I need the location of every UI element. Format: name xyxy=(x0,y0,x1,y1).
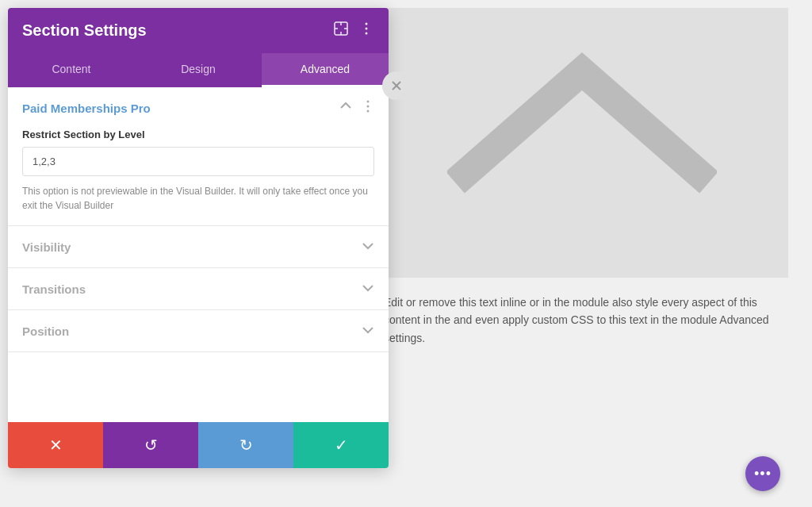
tabs: Content Design Advanced xyxy=(8,53,389,87)
field-hint-restrict-level: This option is not previewable in the Vi… xyxy=(22,184,374,213)
accordion-header-paid-memberships[interactable]: Paid Memberships Pro xyxy=(8,87,389,129)
section-more-icon[interactable] xyxy=(362,100,374,116)
panel-header: Section Settings xyxy=(8,8,389,53)
svg-point-12 xyxy=(367,110,370,113)
section-settings-panel: Section Settings Content xyxy=(8,8,389,468)
tab-design[interactable]: Design xyxy=(135,53,262,87)
accordion-icons-visibility xyxy=(362,239,374,255)
accordion-transitions: Transitions xyxy=(8,268,389,310)
accordion-visibility: Visibility xyxy=(8,226,389,268)
restrict-level-input[interactable] xyxy=(22,147,374,176)
header-icons xyxy=(333,21,374,40)
accordion-position: Position xyxy=(8,310,389,352)
accordion-header-visibility[interactable]: Visibility xyxy=(8,226,389,267)
more-vertical-icon[interactable] xyxy=(358,21,374,40)
target-icon[interactable] xyxy=(333,21,349,40)
accordion-icons xyxy=(339,100,374,116)
svg-point-9 xyxy=(366,33,368,35)
accordion-title-paid-memberships: Paid Memberships Pro xyxy=(22,102,151,115)
background-text-content: Edit or remove this text inline or in th… xyxy=(376,278,788,363)
tab-advanced[interactable]: Advanced xyxy=(262,53,389,87)
accordion-title-visibility: Visibility xyxy=(22,240,71,254)
redo-button[interactable]: ↻ xyxy=(198,422,293,468)
collapse-icon[interactable] xyxy=(339,100,352,116)
close-circle-button[interactable] xyxy=(382,71,411,100)
expand-icon-position[interactable] xyxy=(362,323,374,339)
accordion-paid-memberships: Paid Memberships Pro Restrict Se xyxy=(8,87,389,226)
svg-point-10 xyxy=(367,101,370,103)
undo-button[interactable]: ↺ xyxy=(103,422,198,468)
save-button[interactable]: ✓ xyxy=(293,422,389,468)
svg-point-8 xyxy=(366,28,368,30)
svg-point-7 xyxy=(366,23,368,25)
accordion-header-position[interactable]: Position xyxy=(8,310,389,351)
accordion-header-transitions[interactable]: Transitions xyxy=(8,268,389,309)
cancel-button[interactable]: ✕ xyxy=(8,422,103,468)
svg-point-11 xyxy=(367,106,370,108)
panel-title: Section Settings xyxy=(22,21,147,40)
expand-icon-visibility[interactable] xyxy=(362,239,374,255)
accordion-icons-position xyxy=(362,323,374,339)
accordion-title-position: Position xyxy=(22,325,69,338)
tab-content[interactable]: Content xyxy=(8,53,135,87)
accordion-body-paid-memberships: Restrict Section by Level This option is… xyxy=(8,129,389,225)
expand-icon-transitions[interactable] xyxy=(362,281,374,297)
accordion-title-transitions: Transitions xyxy=(22,282,86,296)
background-image xyxy=(376,8,788,278)
floating-action-button[interactable]: ••• xyxy=(745,456,780,491)
bottom-toolbar: ✕ ↺ ↻ ✓ xyxy=(8,422,389,468)
accordion-icons-transitions xyxy=(362,281,374,297)
panel-body: Paid Memberships Pro Restrict Se xyxy=(8,87,389,422)
field-label-restrict-level: Restrict Section by Level xyxy=(22,129,374,140)
